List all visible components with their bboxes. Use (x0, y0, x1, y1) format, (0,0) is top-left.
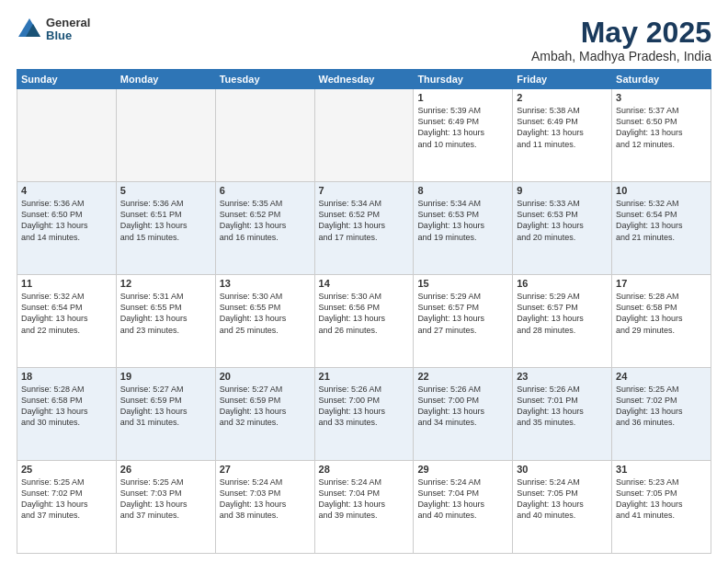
day-info: Sunrise: 5:32 AM Sunset: 6:54 PM Dayligh… (616, 198, 707, 243)
page: General Blue May 2025 Ambah, Madhya Prad… (0, 0, 728, 563)
table-row: 21Sunrise: 5:26 AM Sunset: 7:00 PM Dayli… (314, 368, 414, 461)
day-number: 31 (616, 464, 707, 475)
col-thursday: Thursday (414, 70, 513, 89)
day-number: 1 (417, 92, 508, 103)
col-sunday: Sunday (17, 70, 117, 89)
table-row (215, 89, 314, 182)
day-number: 9 (517, 185, 608, 196)
day-number: 19 (120, 371, 211, 382)
day-number: 15 (417, 278, 508, 289)
day-number: 5 (120, 185, 211, 196)
day-number: 22 (417, 371, 508, 382)
location-subtitle: Ambah, Madhya Pradesh, India (531, 49, 711, 63)
table-row: 18Sunrise: 5:28 AM Sunset: 6:58 PM Dayli… (17, 368, 117, 461)
day-info: Sunrise: 5:30 AM Sunset: 6:55 PM Dayligh… (220, 291, 311, 336)
day-number: 14 (319, 278, 410, 289)
day-number: 13 (220, 278, 311, 289)
day-info: Sunrise: 5:24 AM Sunset: 7:04 PM Dayligh… (319, 477, 410, 522)
day-number: 24 (616, 371, 707, 382)
day-number: 7 (319, 185, 410, 196)
col-saturday: Saturday (612, 70, 711, 89)
calendar-table: Sunday Monday Tuesday Wednesday Thursday… (17, 69, 711, 554)
day-info: Sunrise: 5:36 AM Sunset: 6:50 PM Dayligh… (21, 198, 112, 243)
col-friday: Friday (513, 70, 612, 89)
day-info: Sunrise: 5:29 AM Sunset: 6:57 PM Dayligh… (417, 291, 508, 336)
day-number: 11 (21, 278, 112, 289)
table-row: 20Sunrise: 5:27 AM Sunset: 6:59 PM Dayli… (215, 368, 314, 461)
day-number: 3 (616, 92, 707, 103)
table-row: 22Sunrise: 5:26 AM Sunset: 7:00 PM Dayli… (414, 368, 513, 461)
table-row: 12Sunrise: 5:31 AM Sunset: 6:55 PM Dayli… (116, 275, 215, 368)
col-monday: Monday (116, 70, 215, 89)
day-info: Sunrise: 5:37 AM Sunset: 6:50 PM Dayligh… (616, 105, 707, 150)
table-row: 11Sunrise: 5:32 AM Sunset: 6:54 PM Dayli… (17, 275, 117, 368)
day-number: 28 (319, 464, 410, 475)
day-number: 6 (220, 185, 311, 196)
day-info: Sunrise: 5:24 AM Sunset: 7:05 PM Dayligh… (517, 477, 608, 522)
day-number: 27 (220, 464, 311, 475)
day-number: 29 (417, 464, 508, 475)
table-row (314, 89, 414, 182)
month-title: May 2025 (531, 17, 711, 49)
day-info: Sunrise: 5:39 AM Sunset: 6:49 PM Dayligh… (417, 105, 508, 150)
table-row: 7Sunrise: 5:34 AM Sunset: 6:52 PM Daylig… (314, 182, 414, 275)
table-row: 3Sunrise: 5:37 AM Sunset: 6:50 PM Daylig… (612, 89, 711, 182)
calendar-week-1: 1Sunrise: 5:39 AM Sunset: 6:49 PM Daylig… (17, 89, 711, 182)
header: General Blue May 2025 Ambah, Madhya Prad… (17, 17, 711, 63)
table-row: 5Sunrise: 5:36 AM Sunset: 6:51 PM Daylig… (116, 182, 215, 275)
calendar-week-2: 4Sunrise: 5:36 AM Sunset: 6:50 PM Daylig… (17, 182, 711, 275)
table-row: 10Sunrise: 5:32 AM Sunset: 6:54 PM Dayli… (612, 182, 711, 275)
day-info: Sunrise: 5:25 AM Sunset: 7:02 PM Dayligh… (21, 477, 112, 522)
table-row: 15Sunrise: 5:29 AM Sunset: 6:57 PM Dayli… (414, 275, 513, 368)
day-info: Sunrise: 5:26 AM Sunset: 7:00 PM Dayligh… (319, 384, 410, 429)
day-number: 8 (417, 185, 508, 196)
day-info: Sunrise: 5:30 AM Sunset: 6:56 PM Dayligh… (319, 291, 410, 336)
table-row: 13Sunrise: 5:30 AM Sunset: 6:55 PM Dayli… (215, 275, 314, 368)
day-info: Sunrise: 5:26 AM Sunset: 7:00 PM Dayligh… (417, 384, 508, 429)
col-tuesday: Tuesday (215, 70, 314, 89)
day-info: Sunrise: 5:25 AM Sunset: 7:03 PM Dayligh… (120, 477, 211, 522)
day-info: Sunrise: 5:38 AM Sunset: 6:49 PM Dayligh… (517, 105, 608, 150)
table-row: 26Sunrise: 5:25 AM Sunset: 7:03 PM Dayli… (116, 461, 215, 554)
day-info: Sunrise: 5:26 AM Sunset: 7:01 PM Dayligh… (517, 384, 608, 429)
day-number: 23 (517, 371, 608, 382)
day-info: Sunrise: 5:35 AM Sunset: 6:52 PM Dayligh… (220, 198, 311, 243)
day-info: Sunrise: 5:32 AM Sunset: 6:54 PM Dayligh… (21, 291, 112, 336)
table-row: 28Sunrise: 5:24 AM Sunset: 7:04 PM Dayli… (314, 461, 414, 554)
day-number: 10 (616, 185, 707, 196)
logo-text: General Blue (46, 17, 90, 43)
table-row: 27Sunrise: 5:24 AM Sunset: 7:03 PM Dayli… (215, 461, 314, 554)
day-info: Sunrise: 5:27 AM Sunset: 6:59 PM Dayligh… (120, 384, 211, 429)
day-number: 21 (319, 371, 410, 382)
day-info: Sunrise: 5:36 AM Sunset: 6:51 PM Dayligh… (120, 198, 211, 243)
table-row: 24Sunrise: 5:25 AM Sunset: 7:02 PM Dayli… (612, 368, 711, 461)
day-number: 30 (517, 464, 608, 475)
day-info: Sunrise: 5:31 AM Sunset: 6:55 PM Dayligh… (120, 291, 211, 336)
day-info: Sunrise: 5:29 AM Sunset: 6:57 PM Dayligh… (517, 291, 608, 336)
day-info: Sunrise: 5:28 AM Sunset: 6:58 PM Dayligh… (21, 384, 112, 429)
table-row: 30Sunrise: 5:24 AM Sunset: 7:05 PM Dayli… (513, 461, 612, 554)
logo-blue: Blue (46, 29, 90, 42)
table-row: 29Sunrise: 5:24 AM Sunset: 7:04 PM Dayli… (414, 461, 513, 554)
table-row: 25Sunrise: 5:25 AM Sunset: 7:02 PM Dayli… (17, 461, 117, 554)
day-info: Sunrise: 5:24 AM Sunset: 7:04 PM Dayligh… (417, 477, 508, 522)
table-row: 17Sunrise: 5:28 AM Sunset: 6:58 PM Dayli… (612, 275, 711, 368)
day-info: Sunrise: 5:28 AM Sunset: 6:58 PM Dayligh… (616, 291, 707, 336)
day-number: 2 (517, 92, 608, 103)
day-info: Sunrise: 5:34 AM Sunset: 6:53 PM Dayligh… (417, 198, 508, 243)
col-wednesday: Wednesday (314, 70, 414, 89)
table-row: 31Sunrise: 5:23 AM Sunset: 7:05 PM Dayli… (612, 461, 711, 554)
header-row: Sunday Monday Tuesday Wednesday Thursday… (17, 70, 711, 89)
title-block: May 2025 Ambah, Madhya Pradesh, India (531, 17, 711, 63)
table-row (17, 89, 117, 182)
day-number: 17 (616, 278, 707, 289)
day-info: Sunrise: 5:23 AM Sunset: 7:05 PM Dayligh… (616, 477, 707, 522)
calendar-week-3: 11Sunrise: 5:32 AM Sunset: 6:54 PM Dayli… (17, 275, 711, 368)
day-number: 12 (120, 278, 211, 289)
day-number: 18 (21, 371, 112, 382)
logo-icon (17, 17, 42, 42)
logo-general: General (46, 17, 90, 29)
table-row: 6Sunrise: 5:35 AM Sunset: 6:52 PM Daylig… (215, 182, 314, 275)
table-row: 23Sunrise: 5:26 AM Sunset: 7:01 PM Dayli… (513, 368, 612, 461)
calendar-week-5: 25Sunrise: 5:25 AM Sunset: 7:02 PM Dayli… (17, 461, 711, 554)
